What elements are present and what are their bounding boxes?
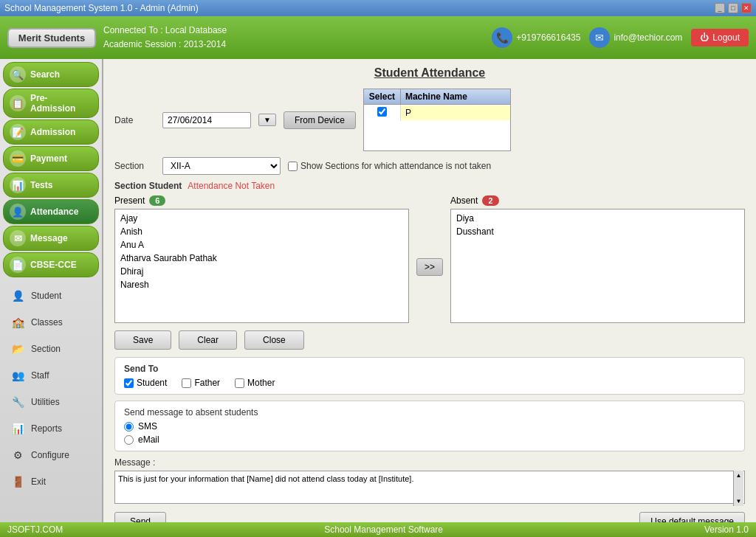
scroll-down-icon[interactable]: ▼ (736, 498, 742, 505)
machine-table: Select Machine Name P (363, 89, 511, 151)
academic-session: Academic Session : 2013-2014 (103, 38, 484, 52)
absent-student-1[interactable]: Diya (453, 212, 742, 225)
machine-checkbox[interactable] (377, 107, 387, 117)
sidebar-item-admission[interactable]: 📝 Admission (3, 119, 99, 145)
move-btn-col: >> (416, 195, 443, 323)
sidebar-label-tests: Tests (30, 180, 52, 190)
present-student-2[interactable]: Anish (117, 225, 406, 238)
sidebar-label-classes: Classes (31, 317, 63, 328)
sidebar-item-cbse-cce[interactable]: 📄 CBSE-CCE (3, 252, 99, 277)
scroll-up-icon[interactable]: ▲ (736, 472, 742, 479)
date-input[interactable] (162, 112, 251, 128)
send-to-title: Send To (124, 364, 735, 374)
show-sections-label[interactable]: Show Sections for which attendance is no… (288, 161, 491, 171)
student-icon: 👤 (9, 287, 27, 305)
header-info: Connected To : Local Database Academic S… (103, 24, 484, 52)
sms-radio-label[interactable]: SMS (124, 421, 735, 432)
sidebar-label-cbse: CBSE-CCE (30, 260, 77, 270)
save-button[interactable]: Save (114, 330, 171, 350)
app-logo: Merit Students (7, 28, 96, 48)
email-radio[interactable] (124, 435, 134, 445)
sidebar-item-pre-admission[interactable]: 📋 Pre-Admission (3, 89, 99, 118)
section-student-header: Section Student Attendance Not Taken (114, 181, 745, 191)
status-center: School Management Software (324, 524, 443, 535)
send-to-mother[interactable]: Mother (235, 378, 275, 388)
message-textarea[interactable]: This is just for your information that [… (114, 471, 745, 504)
sidebar-item-classes[interactable]: 🏫 Classes (3, 310, 99, 335)
present-student-6[interactable]: Naresh (117, 278, 406, 291)
sidebar-item-tests[interactable]: 📊 Tests (3, 173, 99, 198)
logout-button[interactable]: ⏻ Logout (691, 29, 749, 46)
message-section: Message : This is just for your informat… (114, 457, 745, 506)
sidebar-item-exit[interactable]: 🚪 Exit (3, 469, 99, 494)
search-icon: 🔍 (10, 66, 26, 83)
sidebar-item-configure[interactable]: ⚙ Configure (3, 443, 99, 468)
absent-list[interactable]: Diya Dusshant (450, 209, 745, 323)
sidebar-label-student: Student (31, 291, 61, 301)
sidebar-item-payment[interactable]: 💳 Payment (3, 146, 99, 171)
absent-student-2[interactable]: Dusshant (453, 225, 742, 238)
attendance-grid: Present 6 Ajay Anish Anu A Atharva Saura… (114, 195, 745, 323)
sms-radio[interactable] (124, 422, 134, 432)
minimize-btn[interactable]: _ (715, 3, 725, 13)
email-radio-label[interactable]: eMail (124, 434, 735, 445)
section-icon: 📂 (9, 340, 27, 358)
send-father-checkbox[interactable] (182, 378, 191, 388)
sidebar-label-admission: Admission (30, 127, 75, 137)
sidebar-item-search[interactable]: 🔍 Search (3, 62, 99, 87)
sidebar-item-utilities[interactable]: 🔧 Utilities (3, 389, 99, 415)
send-to-student[interactable]: Student (124, 378, 167, 388)
send-to-row: Student Father Mother (124, 378, 735, 388)
classes-icon: 🏫 (9, 313, 27, 331)
payment-icon: 💳 (10, 150, 26, 167)
use-default-button[interactable]: Use default message (639, 512, 745, 522)
admission-icon: 📝 (10, 124, 26, 140)
sms-title: Send message to absent students (124, 407, 735, 418)
configure-icon: ⚙ (9, 446, 27, 464)
close-button[interactable]: Close (244, 330, 304, 350)
present-student-4[interactable]: Atharva Saurabh Pathak (117, 252, 406, 265)
from-device-button[interactable]: From Device (284, 111, 356, 129)
sidebar-item-attendance[interactable]: 👤 Attendance (3, 199, 99, 224)
send-button[interactable]: Send (114, 512, 166, 522)
sidebar-label-payment: Payment (30, 153, 67, 164)
machine-empty-row-1 (364, 121, 510, 136)
machine-check[interactable] (364, 105, 401, 121)
present-student-3[interactable]: Anu A (117, 238, 406, 252)
email-contact: ✉ info@techior.com (589, 27, 682, 48)
date-label: Date (114, 115, 155, 125)
section-select[interactable]: XII-A (162, 157, 281, 175)
tests-icon: 📊 (10, 177, 26, 193)
send-student-checkbox[interactable] (124, 378, 134, 388)
status-right: Version 1.0 (704, 524, 749, 535)
send-to-section: Send To Student Father Mother (114, 357, 745, 395)
exit-icon: 🚪 (9, 473, 27, 491)
send-mother-checkbox[interactable] (235, 378, 244, 388)
present-student-5[interactable]: Dhiraj (117, 265, 406, 278)
show-sections-checkbox[interactable] (288, 162, 298, 171)
present-student-1[interactable]: Ajay (117, 212, 406, 225)
machine-table-row: P (364, 105, 510, 121)
sidebar-item-section[interactable]: 📂 Section (3, 336, 99, 361)
window-controls[interactable]: _ □ ✕ (715, 3, 752, 13)
move-to-absent-button[interactable]: >> (416, 258, 443, 276)
absent-panel: Absent 2 Diya Dusshant (450, 195, 745, 323)
sidebar-item-student[interactable]: 👤 Student (3, 283, 99, 308)
send-to-father[interactable]: Father (182, 378, 220, 388)
sidebar-item-staff[interactable]: 👥 Staff (3, 363, 99, 388)
sidebar-item-reports[interactable]: 📊 Reports (3, 416, 99, 441)
maximize-btn[interactable]: □ (728, 3, 738, 13)
date-picker-button[interactable]: ▼ (258, 114, 276, 126)
sidebar-item-message[interactable]: ✉ Message (3, 226, 99, 251)
sidebar-label-section: Section (31, 344, 61, 354)
close-btn[interactable]: ✕ (741, 3, 752, 13)
title-bar: School Management System 1.0 - Admin (Ad… (0, 0, 756, 16)
present-count: 6 (149, 195, 165, 206)
present-label: Present (114, 195, 145, 206)
date-row: Date ▼ From Device Select Machine Name P (114, 89, 745, 151)
present-list[interactable]: Ajay Anish Anu A Atharva Saurabh Pathak … (114, 209, 409, 323)
section-label: Section (114, 161, 155, 171)
attendance-not-taken: Attendance Not Taken (188, 181, 275, 191)
clear-button[interactable]: Clear (179, 330, 237, 350)
message-icon: ✉ (10, 230, 26, 246)
